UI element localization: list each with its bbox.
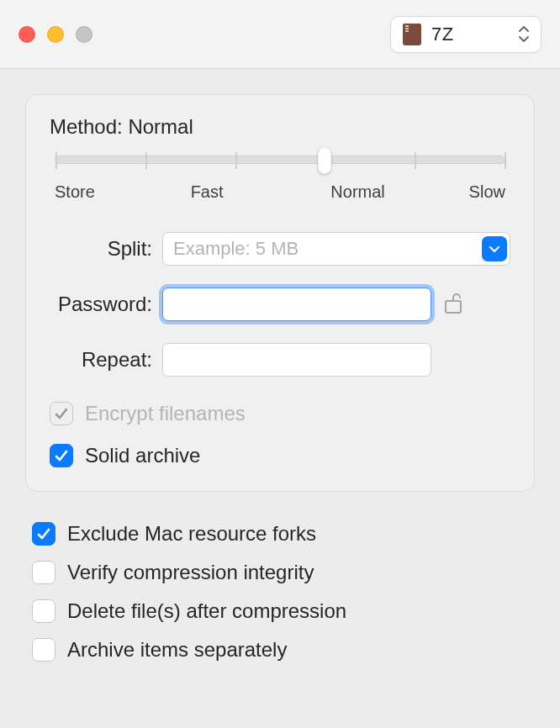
minimize-window-button[interactable] <box>47 26 64 43</box>
split-row: Split: <box>50 232 510 266</box>
compression-panel: Method: Normal Store Fast Normal Slow Sp… <box>25 94 535 492</box>
slider-label-slow: Slow <box>469 182 505 202</box>
verify-integrity-row: Verify compression integrity <box>32 561 528 584</box>
password-row: Password: <box>50 288 510 321</box>
exclude-forks-label: Exclude Mac resource forks <box>67 522 316 546</box>
solid-archive-label: Solid archive <box>85 444 200 467</box>
archive-separately-checkbox[interactable] <box>32 638 55 662</box>
method-slider[interactable]: Store Fast Normal Slow <box>50 156 510 202</box>
method-label: Method: <box>50 115 123 138</box>
archive-icon <box>403 24 421 45</box>
repeat-input[interactable] <box>162 343 431 377</box>
solid-archive-checkbox[interactable] <box>50 444 73 467</box>
repeat-row: Repeat: <box>50 343 510 377</box>
verify-integrity-checkbox[interactable] <box>32 561 55 584</box>
slider-labels: Store Fast Normal Slow <box>55 182 505 202</box>
password-input[interactable] <box>162 288 431 321</box>
slider-label-fast: Fast <box>191 182 224 202</box>
method-value: Normal <box>128 115 193 138</box>
close-window-button[interactable] <box>18 26 35 43</box>
format-label: 7Z <box>431 24 515 45</box>
slider-label-normal: Normal <box>330 182 384 202</box>
split-input[interactable] <box>162 232 510 266</box>
archive-separately-label: Archive items separately <box>67 638 287 662</box>
delete-after-label: Delete file(s) after compression <box>67 599 346 623</box>
slider-thumb[interactable] <box>318 147 331 174</box>
zoom-window-button[interactable] <box>76 26 92 43</box>
global-options: Exclude Mac resource forks Verify compre… <box>25 492 535 677</box>
slider-track <box>55 156 505 164</box>
window-controls <box>18 26 92 43</box>
password-label: Password: <box>50 293 162 316</box>
encrypt-filenames-checkbox <box>50 402 73 425</box>
repeat-label: Repeat: <box>50 348 162 372</box>
stepper-icon <box>515 26 532 42</box>
encrypt-filenames-row: Encrypt filenames <box>50 402 510 425</box>
unlock-icon[interactable] <box>443 291 463 319</box>
split-label: Split: <box>50 237 162 261</box>
titlebar: 7Z <box>0 0 560 69</box>
split-dropdown-button[interactable] <box>482 236 507 261</box>
exclude-forks-checkbox[interactable] <box>32 522 55 546</box>
delete-after-row: Delete file(s) after compression <box>32 599 528 623</box>
verify-integrity-label: Verify compression integrity <box>67 561 314 584</box>
delete-after-checkbox[interactable] <box>32 599 55 623</box>
encrypt-filenames-label: Encrypt filenames <box>85 402 246 425</box>
slider-label-store: Store <box>55 182 95 202</box>
exclude-forks-row: Exclude Mac resource forks <box>32 522 528 546</box>
archive-separately-row: Archive items separately <box>32 638 528 662</box>
solid-archive-row: Solid archive <box>50 444 510 467</box>
format-select[interactable]: 7Z <box>390 16 542 53</box>
method-line: Method: Normal <box>50 115 510 139</box>
